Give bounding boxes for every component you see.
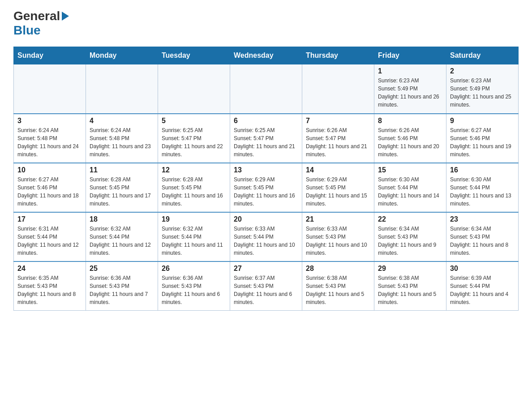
day-info: Sunrise: 6:36 AMSunset: 5:43 PMDaylight:… (162, 274, 226, 306)
logo-row: General (13, 9, 69, 23)
calendar-cell: 7Sunrise: 6:26 AMSunset: 5:47 PMDaylight… (302, 114, 374, 163)
calendar-table: SundayMondayTuesdayWednesdayThursdayFrid… (13, 47, 519, 311)
day-number: 7 (306, 117, 370, 125)
calendar-header: SundayMondayTuesdayWednesdayThursdayFrid… (14, 47, 519, 64)
calendar-cell (14, 64, 86, 114)
page-header: General Blue (13, 9, 519, 38)
day-number: 2 (450, 67, 515, 75)
day-number: 5 (162, 117, 226, 125)
day-info: Sunrise: 6:39 AMSunset: 5:44 PMDaylight:… (450, 274, 515, 306)
day-number: 16 (450, 166, 515, 174)
calendar-cell: 12Sunrise: 6:28 AMSunset: 5:45 PMDayligh… (158, 163, 230, 212)
day-number: 22 (378, 215, 442, 223)
calendar-cell: 6Sunrise: 6:25 AMSunset: 5:47 PMDaylight… (230, 114, 302, 163)
day-number: 8 (378, 117, 442, 125)
day-number: 23 (450, 215, 515, 223)
week-row-2: 10Sunrise: 6:27 AMSunset: 5:46 PMDayligh… (14, 163, 519, 212)
day-info: Sunrise: 6:28 AMSunset: 5:45 PMDaylight:… (162, 176, 226, 208)
calendar-cell: 29Sunrise: 6:38 AMSunset: 5:43 PMDayligh… (374, 261, 446, 311)
day-info: Sunrise: 6:29 AMSunset: 5:45 PMDaylight:… (234, 176, 298, 208)
calendar-cell: 30Sunrise: 6:39 AMSunset: 5:44 PMDayligh… (446, 261, 519, 311)
day-number: 20 (234, 215, 298, 223)
day-info: Sunrise: 6:25 AMSunset: 5:47 PMDaylight:… (162, 126, 226, 158)
day-info: Sunrise: 6:26 AMSunset: 5:47 PMDaylight:… (306, 126, 370, 158)
day-number: 15 (378, 166, 442, 174)
day-info: Sunrise: 6:30 AMSunset: 5:44 PMDaylight:… (450, 176, 515, 208)
day-info: Sunrise: 6:23 AMSunset: 5:49 PMDaylight:… (378, 77, 442, 109)
day-number: 28 (306, 265, 370, 273)
day-info: Sunrise: 6:30 AMSunset: 5:44 PMDaylight:… (378, 176, 442, 208)
calendar-cell: 26Sunrise: 6:36 AMSunset: 5:43 PMDayligh… (158, 261, 230, 311)
day-info: Sunrise: 6:24 AMSunset: 5:48 PMDaylight:… (17, 126, 82, 158)
logo: General Blue (13, 9, 69, 38)
calendar-cell: 3Sunrise: 6:24 AMSunset: 5:48 PMDaylight… (14, 114, 86, 163)
day-info: Sunrise: 6:32 AMSunset: 5:44 PMDaylight:… (162, 225, 226, 257)
calendar-cell: 23Sunrise: 6:34 AMSunset: 5:43 PMDayligh… (446, 212, 519, 261)
day-number: 21 (306, 215, 370, 223)
header-monday: Monday (86, 47, 158, 64)
day-info: Sunrise: 6:32 AMSunset: 5:44 PMDaylight:… (90, 225, 154, 257)
day-info: Sunrise: 6:36 AMSunset: 5:43 PMDaylight:… (90, 274, 154, 306)
day-info: Sunrise: 6:31 AMSunset: 5:44 PMDaylight:… (17, 225, 82, 257)
day-info: Sunrise: 6:27 AMSunset: 5:46 PMDaylight:… (17, 176, 82, 208)
day-number: 11 (90, 166, 154, 174)
calendar-cell: 11Sunrise: 6:28 AMSunset: 5:45 PMDayligh… (86, 163, 158, 212)
day-number: 18 (90, 215, 154, 223)
day-info: Sunrise: 6:33 AMSunset: 5:44 PMDaylight:… (234, 225, 298, 257)
calendar-cell: 28Sunrise: 6:38 AMSunset: 5:43 PMDayligh… (302, 261, 374, 311)
calendar-cell: 4Sunrise: 6:24 AMSunset: 5:48 PMDaylight… (86, 114, 158, 163)
day-info: Sunrise: 6:38 AMSunset: 5:43 PMDaylight:… (306, 274, 370, 306)
week-row-0: 1Sunrise: 6:23 AMSunset: 5:49 PMDaylight… (14, 64, 519, 114)
calendar-cell: 14Sunrise: 6:29 AMSunset: 5:45 PMDayligh… (302, 163, 374, 212)
logo-general-text: General (13, 9, 60, 23)
header-wednesday: Wednesday (230, 47, 302, 64)
day-info: Sunrise: 6:23 AMSunset: 5:49 PMDaylight:… (450, 77, 515, 109)
calendar-cell: 5Sunrise: 6:25 AMSunset: 5:47 PMDaylight… (158, 114, 230, 163)
calendar-cell: 8Sunrise: 6:26 AMSunset: 5:46 PMDaylight… (374, 114, 446, 163)
day-info: Sunrise: 6:34 AMSunset: 5:43 PMDaylight:… (378, 225, 442, 257)
day-info: Sunrise: 6:35 AMSunset: 5:43 PMDaylight:… (17, 274, 82, 306)
day-info: Sunrise: 6:38 AMSunset: 5:43 PMDaylight:… (378, 274, 442, 306)
calendar-cell (230, 64, 302, 114)
calendar-body: 1Sunrise: 6:23 AMSunset: 5:49 PMDaylight… (14, 64, 519, 311)
day-number: 4 (90, 117, 154, 125)
header-sunday: Sunday (14, 47, 86, 64)
day-info: Sunrise: 6:27 AMSunset: 5:46 PMDaylight:… (450, 126, 515, 158)
week-row-4: 24Sunrise: 6:35 AMSunset: 5:43 PMDayligh… (14, 261, 519, 311)
calendar-cell: 18Sunrise: 6:32 AMSunset: 5:44 PMDayligh… (86, 212, 158, 261)
day-number: 10 (17, 166, 82, 174)
header-saturday: Saturday (446, 47, 519, 64)
calendar-cell: 22Sunrise: 6:34 AMSunset: 5:43 PMDayligh… (374, 212, 446, 261)
calendar-cell: 10Sunrise: 6:27 AMSunset: 5:46 PMDayligh… (14, 163, 86, 212)
calendar-cell: 25Sunrise: 6:36 AMSunset: 5:43 PMDayligh… (86, 261, 158, 311)
day-info: Sunrise: 6:37 AMSunset: 5:43 PMDaylight:… (234, 274, 298, 306)
calendar-cell: 17Sunrise: 6:31 AMSunset: 5:44 PMDayligh… (14, 212, 86, 261)
day-info: Sunrise: 6:34 AMSunset: 5:43 PMDaylight:… (450, 225, 515, 257)
calendar-cell: 2Sunrise: 6:23 AMSunset: 5:49 PMDaylight… (446, 64, 519, 114)
calendar-cell: 1Sunrise: 6:23 AMSunset: 5:49 PMDaylight… (374, 64, 446, 114)
day-number: 26 (162, 265, 226, 273)
day-info: Sunrise: 6:24 AMSunset: 5:48 PMDaylight:… (90, 126, 154, 158)
day-number: 6 (234, 117, 298, 125)
day-number: 13 (234, 166, 298, 174)
day-info: Sunrise: 6:25 AMSunset: 5:47 PMDaylight:… (234, 126, 298, 158)
week-row-1: 3Sunrise: 6:24 AMSunset: 5:48 PMDaylight… (14, 114, 519, 163)
header-row: SundayMondayTuesdayWednesdayThursdayFrid… (14, 47, 519, 64)
calendar-cell: 24Sunrise: 6:35 AMSunset: 5:43 PMDayligh… (14, 261, 86, 311)
day-number: 17 (17, 215, 82, 223)
day-number: 3 (17, 117, 82, 125)
calendar-cell: 21Sunrise: 6:33 AMSunset: 5:43 PMDayligh… (302, 212, 374, 261)
calendar-cell: 15Sunrise: 6:30 AMSunset: 5:44 PMDayligh… (374, 163, 446, 212)
logo-arrow-icon (62, 12, 69, 21)
day-number: 14 (306, 166, 370, 174)
day-number: 1 (378, 67, 442, 75)
calendar-cell: 13Sunrise: 6:29 AMSunset: 5:45 PMDayligh… (230, 163, 302, 212)
day-number: 12 (162, 166, 226, 174)
day-number: 25 (90, 265, 154, 273)
logo-blue-text: Blue (13, 23, 41, 38)
header-tuesday: Tuesday (158, 47, 230, 64)
calendar-cell (302, 64, 374, 114)
day-info: Sunrise: 6:28 AMSunset: 5:45 PMDaylight:… (90, 176, 154, 208)
calendar-cell: 9Sunrise: 6:27 AMSunset: 5:46 PMDaylight… (446, 114, 519, 163)
day-info: Sunrise: 6:33 AMSunset: 5:43 PMDaylight:… (306, 225, 370, 257)
